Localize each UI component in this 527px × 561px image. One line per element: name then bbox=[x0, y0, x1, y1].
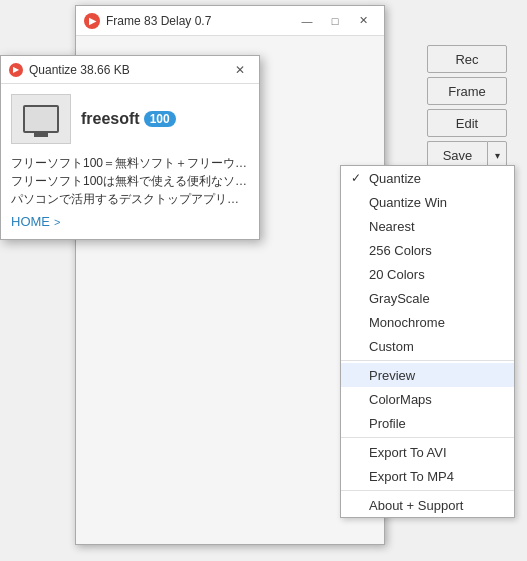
menu-item-quantize[interactable]: Quantize bbox=[341, 166, 514, 190]
separator-after-export-mp4 bbox=[341, 490, 514, 491]
rec-button[interactable]: Rec bbox=[427, 45, 507, 73]
menu-item-about-support[interactable]: About + Support bbox=[341, 493, 514, 517]
monitor-icon bbox=[23, 105, 59, 133]
freesoft-badge: 100 bbox=[144, 111, 176, 127]
menu-item-20-colors[interactable]: 20 Colors bbox=[341, 262, 514, 286]
popup-close-button[interactable]: ✕ bbox=[229, 60, 251, 80]
popup-icon: ▶ bbox=[9, 63, 23, 77]
app-title: Frame 83 Delay 0.7 bbox=[106, 14, 294, 28]
menu-item-256-colors[interactable]: 256 Colors bbox=[341, 238, 514, 262]
minimize-button[interactable]: — bbox=[294, 10, 320, 32]
title-bar-controls: — □ ✕ bbox=[294, 10, 376, 32]
menu-item-colormaps[interactable]: ColorMaps bbox=[341, 387, 514, 411]
freesoft-text: freesoft bbox=[81, 110, 140, 128]
freesoft-logo: freesoft 100 bbox=[81, 110, 176, 128]
title-bar: ▶ Frame 83 Delay 0.7 — □ ✕ bbox=[76, 6, 384, 36]
home-link-text: HOME bbox=[11, 214, 50, 229]
home-link[interactable]: HOME > bbox=[11, 214, 60, 229]
popup-desc-line2: パソコンで活用するデスクトップアプリ、UI bbox=[11, 190, 249, 208]
dropdown-menu: QuantizeQuantize WinNearest256 Colors20 … bbox=[340, 165, 515, 518]
right-buttons: Rec Frame Edit Save ▾ bbox=[427, 45, 507, 169]
menu-item-custom[interactable]: Custom bbox=[341, 334, 514, 358]
popup-content: freesoft 100 フリーソフト100＝無料ソフト＋フリーウェア フリーソ… bbox=[1, 84, 259, 239]
popup-banner: freesoft 100 bbox=[11, 94, 249, 144]
menu-item-quantize-win[interactable]: Quantize Win bbox=[341, 190, 514, 214]
popup-desc-line1: フリーソフト100は無料で使える便利なソフトや bbox=[11, 172, 249, 190]
popup-title-bar: ▶ Quantize 38.66 KB ✕ bbox=[1, 56, 259, 84]
separator-after-custom bbox=[341, 360, 514, 361]
menu-item-export-mp4[interactable]: Export To MP4 bbox=[341, 464, 514, 488]
popup-window: ▶ Quantize 38.66 KB ✕ freesoft 100 フリーソフ… bbox=[0, 55, 260, 240]
menu-item-monochrome[interactable]: Monochrome bbox=[341, 310, 514, 334]
close-button[interactable]: ✕ bbox=[350, 10, 376, 32]
frame-button[interactable]: Frame bbox=[427, 77, 507, 105]
popup-title: Quantize 38.66 KB bbox=[29, 63, 229, 77]
separator-after-profile bbox=[341, 437, 514, 438]
popup-site-name: フリーソフト100＝無料ソフト＋フリーウェア bbox=[11, 154, 249, 172]
maximize-button[interactable]: □ bbox=[322, 10, 348, 32]
menu-item-grayscale[interactable]: GrayScale bbox=[341, 286, 514, 310]
menu-item-nearest[interactable]: Nearest bbox=[341, 214, 514, 238]
popup-logo-box bbox=[11, 94, 71, 144]
menu-item-preview[interactable]: Preview bbox=[341, 363, 514, 387]
home-link-arrow: > bbox=[54, 216, 60, 228]
menu-item-profile[interactable]: Profile bbox=[341, 411, 514, 435]
menu-item-export-avi[interactable]: Export To AVI bbox=[341, 440, 514, 464]
edit-button[interactable]: Edit bbox=[427, 109, 507, 137]
app-icon: ▶ bbox=[84, 13, 100, 29]
